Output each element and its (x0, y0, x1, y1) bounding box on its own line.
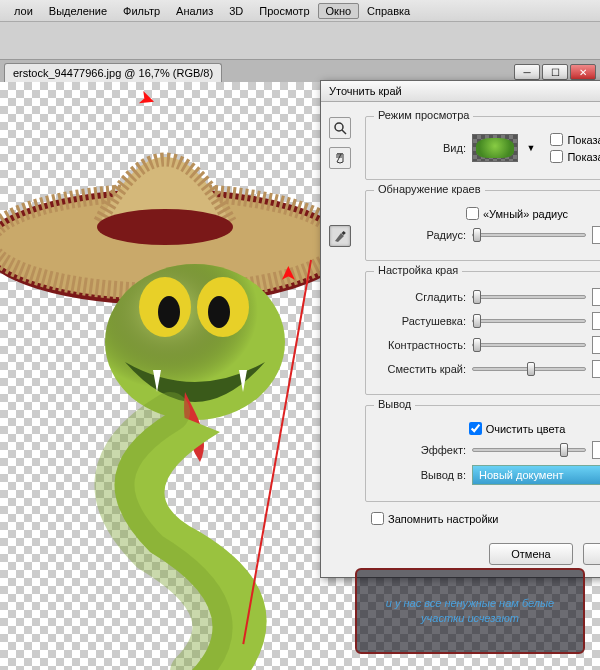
menu-help[interactable]: Справка (359, 3, 418, 19)
ok-button[interactable]: OK (583, 543, 600, 565)
menu-3d[interactable]: 3D (221, 3, 251, 19)
svg-point-2 (97, 209, 233, 245)
group-legend: Обнаружение краев (374, 183, 485, 195)
feather-slider[interactable] (472, 319, 586, 323)
output-to-label: Вывод в: (376, 469, 466, 481)
amount-slider[interactable] (472, 448, 586, 452)
radius-input[interactable] (592, 226, 600, 244)
radius-label: Радиус: (376, 229, 466, 241)
contrast-slider[interactable] (472, 343, 586, 347)
show-radius-label: Показать радиус (567, 134, 600, 146)
hand-tool-icon[interactable] (329, 147, 351, 169)
remember-settings-label: Запомнить настройки (388, 513, 499, 525)
output-to-value: Новый документ (479, 469, 564, 481)
refine-edge-dialog: Уточнить край Режим просмотра Вид: ▼ Пок… (320, 80, 600, 578)
group-legend: Настройка края (374, 264, 462, 276)
svg-point-7 (158, 296, 180, 328)
menu-analysis[interactable]: Анализ (168, 3, 221, 19)
shift-edge-input[interactable] (592, 360, 600, 378)
group-legend: Режим просмотра (374, 109, 473, 121)
smart-radius-label: «Умный» радиус (483, 208, 568, 220)
smooth-input[interactable] (592, 288, 600, 306)
tutorial-annotation: и у нас все ненужные нам белые участки и… (355, 568, 585, 654)
svg-point-11 (335, 123, 343, 131)
zoom-tool-icon[interactable] (329, 117, 351, 139)
show-original-label: Показать оригина (567, 151, 600, 163)
annotation-arrow-icon: ➤ (277, 266, 299, 281)
svg-point-8 (208, 296, 230, 328)
output-group: Вывод Очистить цвета Эффект: % Вывод в: … (365, 405, 600, 502)
menu-filter[interactable]: Фильтр (115, 3, 168, 19)
menu-view[interactable]: Просмотр (251, 3, 317, 19)
feather-input[interactable] (592, 312, 600, 330)
remember-settings-checkbox[interactable] (371, 512, 384, 525)
dialog-title: Уточнить край (321, 81, 600, 102)
shift-edge-label: Сместить край: (376, 363, 466, 375)
smooth-label: Сгладить: (376, 291, 466, 303)
shift-edge-slider[interactable] (472, 367, 586, 371)
decontaminate-checkbox[interactable] (469, 422, 482, 435)
maximize-button[interactable]: ☐ (542, 64, 568, 80)
menu-select[interactable]: Выделение (41, 3, 115, 19)
contrast-input[interactable] (592, 336, 600, 354)
options-bar (0, 22, 600, 60)
menu-bar: лои Выделение Фильтр Анализ 3D Просмотр … (0, 0, 600, 22)
close-button[interactable]: ✕ (570, 64, 596, 80)
cancel-button[interactable]: Отмена (489, 543, 573, 565)
smart-radius-checkbox[interactable] (466, 207, 479, 220)
output-to-select[interactable]: Новый документ▼ (472, 465, 600, 485)
edge-detection-group: Обнаружение краев «Умный» радиус Радиус:… (365, 190, 600, 261)
view-preview-swatch[interactable] (472, 134, 518, 162)
adjust-edge-group: Настройка края Сгладить: Растушевка: пи … (365, 271, 600, 395)
show-original-checkbox[interactable] (550, 150, 563, 163)
view-label: Вид: (376, 142, 466, 154)
amount-label: Эффект: (376, 444, 466, 456)
group-legend: Вывод (374, 398, 415, 410)
show-radius-checkbox[interactable] (550, 133, 563, 146)
refine-radius-tool-icon[interactable] (329, 225, 351, 247)
radius-slider[interactable] (472, 233, 586, 237)
svg-line-12 (342, 130, 346, 134)
view-mode-group: Режим просмотра Вид: ▼ Показать радиус П… (365, 116, 600, 180)
annotation-text: и у нас все ненужные нам белые участки и… (367, 596, 573, 626)
chevron-down-icon[interactable]: ▼ (524, 143, 538, 153)
amount-input[interactable] (592, 441, 600, 459)
feather-label: Растушевка: (376, 315, 466, 327)
menu-layers[interactable]: лои (6, 3, 41, 19)
smooth-slider[interactable] (472, 295, 586, 299)
minimize-button[interactable]: ─ (514, 64, 540, 80)
menu-window[interactable]: Окно (318, 3, 360, 19)
decontaminate-label: Очистить цвета (486, 423, 566, 435)
contrast-label: Контрастность: (376, 339, 466, 351)
